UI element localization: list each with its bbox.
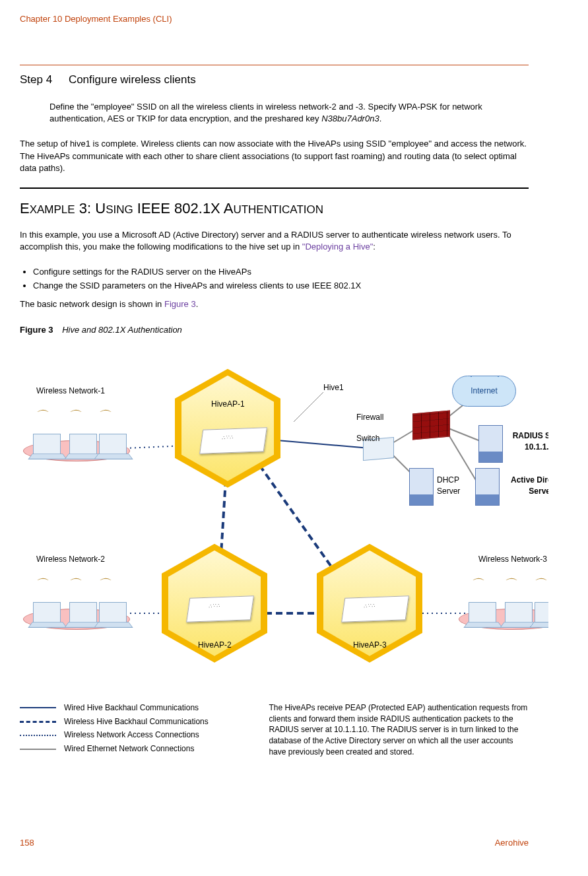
- radius-server-icon: [478, 425, 503, 463]
- svg-line-11: [449, 428, 482, 442]
- preshared-key: N38bu7Adr0n3: [321, 114, 379, 123]
- svg-line-7: [294, 392, 323, 422]
- step-body: Define the "employee" SSID on all the wi…: [49, 101, 529, 125]
- net3-cluster: ⌒ ⌒ ⌒: [459, 587, 548, 633]
- internet-label: Internet: [471, 386, 498, 395]
- step-number: Step 4: [20, 73, 52, 86]
- dhcp-label: DHCP Server: [437, 475, 460, 497]
- brand-name: Aerohive: [495, 837, 529, 849]
- legend: Wired Hive Backhaul Communications Wirel…: [20, 702, 529, 758]
- divider: [20, 65, 529, 65]
- example-heading: EXAMPLE 3: USING IEEE 802.1X AUTHENTICAT…: [20, 199, 529, 219]
- ad-server-icon: [475, 468, 500, 506]
- hiveap1-label: HiveAP-1: [211, 399, 245, 410]
- example-intro: In this example, you use a Microsoft AD …: [20, 229, 529, 253]
- page-footer: 158 Aerohive: [20, 837, 529, 849]
- hiveap1-device: ∴∵∴: [199, 427, 267, 454]
- page-number: 158: [20, 837, 34, 849]
- chapter-header: Chapter 10 Deployment Examples (CLI): [20, 13, 529, 25]
- dhcp-server-icon: [409, 468, 434, 506]
- intro-pre: In this example, you use a Microsoft AD …: [20, 230, 511, 252]
- bullet-list: Configure settings for the RADIUS server…: [33, 266, 529, 292]
- wired-hive-line-icon: [20, 707, 56, 708]
- legend-item: Wireless Network Access Connections: [20, 729, 242, 741]
- net1-label: Wireless Network-1: [36, 386, 105, 397]
- firewall-label: Firewall: [356, 412, 383, 423]
- legend-text: Wireless Network Access Connections: [64, 729, 199, 741]
- ad-label: Active Directory Server: [505, 475, 548, 497]
- legend-item: Wired Hive Backhaul Communications: [20, 702, 242, 714]
- hiveap3-device: ∴∵∴: [341, 595, 409, 622]
- firewall-icon: [412, 410, 450, 440]
- switch-label: Switch: [356, 433, 379, 444]
- hive1-label: Hive1: [323, 382, 344, 393]
- legend-text: Wireless Hive Backhaul Communications: [64, 716, 209, 727]
- step-heading: Step 4 Configure wireless clients: [20, 72, 529, 88]
- legend-description: The HiveAPs receive PEAP (Protected EAP)…: [269, 702, 529, 758]
- net1-cluster: ⌒ ⌒ ⌒: [23, 419, 129, 465]
- figure-caption: Figure 3 Hive and 802.1X Authentication: [20, 324, 529, 336]
- legend-text: Wired Ethernet Network Connections: [64, 743, 194, 755]
- hiveap3-label: HiveAP-3: [353, 640, 387, 651]
- figure-link[interactable]: Figure 3: [164, 299, 196, 309]
- network-diagram: ∴∵∴ HiveAP-1 ∴∵∴ HiveAP-2 ∴∵∴ HiveAP-3 H…: [20, 346, 548, 689]
- list-item: Change the SSID parameters on the HiveAP…: [33, 280, 529, 292]
- section-divider: [20, 187, 529, 189]
- net2-cluster: ⌒ ⌒ ⌒: [23, 587, 129, 633]
- design-sentence: The basic network design is shown in Fig…: [20, 298, 529, 310]
- net3-label: Wireless Network-3: [478, 554, 547, 565]
- wireless-hive-line-icon: [20, 721, 56, 723]
- internet-cloud: Internet: [452, 376, 516, 407]
- hiveap2-device: ∴∵∴: [186, 595, 254, 622]
- wired-eth-line-icon: [20, 749, 56, 750]
- legend-item: Wired Ethernet Network Connections: [20, 743, 242, 755]
- step-body-pre: Define the "employee" SSID on all the wi…: [49, 102, 482, 123]
- legend-text: Wired Hive Backhaul Communications: [64, 702, 199, 714]
- step-body-post: .: [379, 114, 382, 123]
- hiveap2-label: HiveAP-2: [198, 640, 232, 651]
- step-title-text: Configure wireless clients: [69, 73, 196, 86]
- figure-number: Figure 3: [20, 325, 53, 335]
- wireless-access-line-icon: [20, 735, 56, 736]
- setup-paragraph: The setup of hive1 is complete. Wireless…: [20, 138, 529, 174]
- legend-item: Wireless Hive Backhaul Communications: [20, 716, 242, 727]
- radius-label: RADIUS Server 10.1.1.10: [508, 430, 548, 453]
- list-item: Configure settings for the RADIUS server…: [33, 266, 529, 278]
- deploying-hive-link[interactable]: "Deploying a Hive": [302, 242, 374, 252]
- figure-title: Hive and 802.1X Authentication: [62, 325, 182, 335]
- net2-label: Wireless Network-2: [36, 554, 105, 565]
- intro-post: :: [373, 242, 376, 252]
